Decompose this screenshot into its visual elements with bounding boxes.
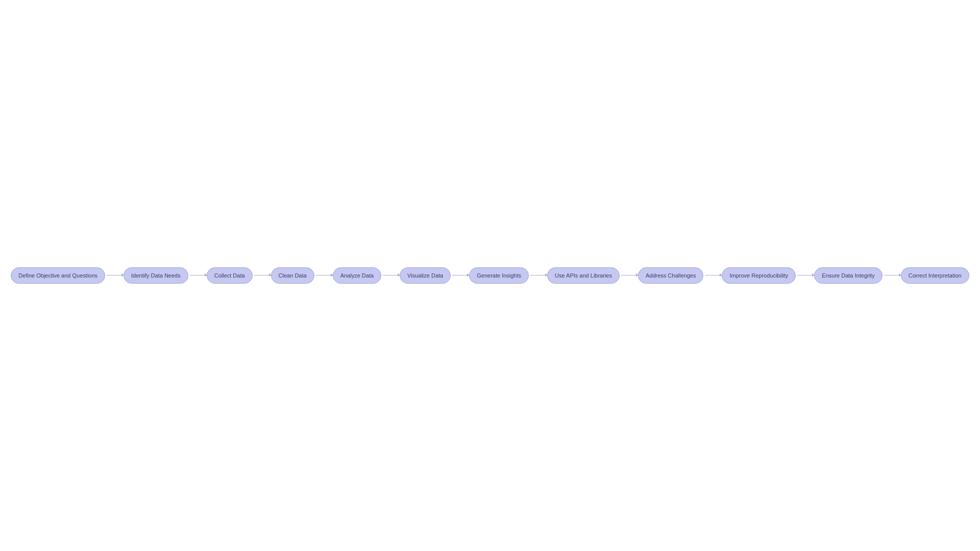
arrow-0 (105, 275, 124, 276)
node-6[interactable]: Visualize Data (400, 267, 451, 284)
node-1[interactable]: Define Objective and Questions (11, 267, 105, 284)
arrow-10 (883, 275, 901, 276)
node-10[interactable]: Improve Reproducibility (722, 267, 796, 284)
node-5[interactable]: Analyze Data (333, 267, 381, 284)
node-12[interactable]: Correct Interpretation (901, 267, 969, 284)
arrow-9 (796, 275, 814, 276)
arrow-3 (314, 275, 333, 276)
node-2[interactable]: Identify Data Needs (124, 267, 188, 284)
node-9[interactable]: Address Challenges (638, 267, 703, 284)
arrow-2 (253, 275, 271, 276)
arrow-8 (703, 275, 722, 276)
arrow-7 (620, 275, 638, 276)
node-11[interactable]: Ensure Data Integrity (814, 267, 882, 284)
node-3[interactable]: Collect Data (207, 267, 253, 284)
node-8[interactable]: Use APIs and Libraries (547, 267, 620, 284)
arrow-1 (188, 275, 207, 276)
node-7[interactable]: Generate Insights (469, 267, 529, 284)
arrow-6 (529, 275, 547, 276)
arrow-5 (451, 275, 469, 276)
arrow-4 (381, 275, 400, 276)
node-4[interactable]: Clean Data (271, 267, 314, 284)
flow-container: Define Objective and QuestionsIdentify D… (6, 267, 974, 284)
canvas: Define Objective and QuestionsIdentify D… (0, 0, 980, 551)
